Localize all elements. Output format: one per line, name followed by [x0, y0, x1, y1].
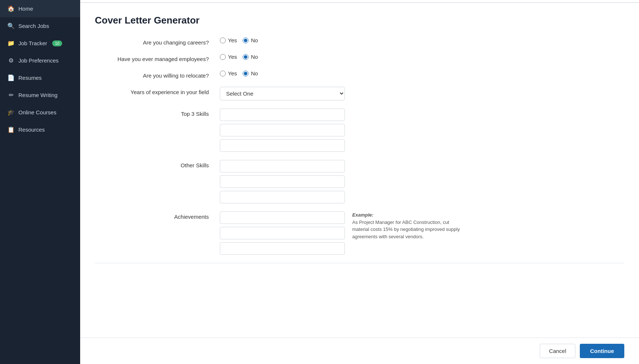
sidebar-item-resume-writing[interactable]: ✏ Resume Writing — [0, 86, 80, 104]
willing-relocate-yes-radio[interactable] — [220, 71, 226, 76]
years-experience-row: Years of experience in your field Select… — [95, 87, 624, 100]
sidebar-item-label: Job Tracker — [18, 40, 47, 46]
achievements-control: Example: As Project Manager for ABC Cons… — [220, 211, 624, 255]
resume-writing-icon: ✏ — [7, 92, 15, 99]
other-skills-row: Other Skills — [95, 160, 624, 203]
sidebar-item-label: Job Preferences — [18, 57, 58, 64]
sidebar-item-label: Resume Writing — [18, 92, 57, 98]
changing-careers-row: Are you changing careers? Yes No — [95, 37, 624, 46]
main-content: Cover Letter Generator Are you changing … — [80, 0, 639, 364]
top3-skills-control — [220, 108, 624, 152]
form-divider — [95, 263, 624, 263]
changing-careers-label: Are you changing careers? — [95, 37, 220, 46]
resources-icon: 📋 — [7, 126, 15, 133]
managed-employees-radio-group: Yes No — [220, 54, 258, 60]
continue-button[interactable]: Continue — [580, 344, 624, 358]
content-area: Cover Letter Generator Are you changing … — [80, 3, 639, 364]
years-experience-label: Years of experience in your field — [95, 87, 220, 95]
sidebar-item-search-jobs[interactable]: 🔍 Search Jobs — [0, 17, 80, 35]
years-experience-select[interactable]: Select OneLess than 1 year1-2 years3-5 y… — [220, 87, 345, 100]
sidebar-item-online-courses[interactable]: 🎓 Online Courses — [0, 104, 80, 121]
managed-employees-yes-radio[interactable] — [220, 54, 226, 60]
sidebar-item-label: Online Courses — [18, 109, 56, 115]
other-skills-control — [220, 160, 624, 203]
footer: Cancel Continue — [80, 338, 639, 364]
changing-careers-yes-label[interactable]: Yes — [220, 37, 237, 43]
other-skills-stack — [220, 160, 345, 203]
sidebar-item-label: Resources — [18, 126, 45, 133]
willing-relocate-label: Are you willing to relocate? — [95, 70, 220, 79]
job-preferences-icon: ⚙ — [7, 57, 15, 64]
managed-employees-yes-label[interactable]: Yes — [220, 54, 237, 60]
top3-skills-stack — [220, 108, 345, 152]
achievement-2-input[interactable] — [220, 227, 345, 239]
other-skill-2-input[interactable] — [220, 175, 345, 188]
changing-careers-no-radio[interactable] — [243, 38, 249, 43]
willing-relocate-no-radio[interactable] — [243, 71, 249, 76]
sidebar-item-label: Resumes — [18, 75, 42, 81]
job-tracker-icon: 📁 — [7, 40, 15, 47]
years-experience-control: Select OneLess than 1 year1-2 years3-5 y… — [220, 87, 624, 100]
other-skill-3-input[interactable] — [220, 191, 345, 203]
achievement-1-input[interactable] — [220, 211, 345, 224]
online-courses-icon: 🎓 — [7, 109, 15, 116]
sidebar-item-label: Search Jobs — [18, 23, 49, 29]
managed-employees-no-radio[interactable] — [243, 54, 249, 60]
resumes-icon: 📄 — [7, 74, 15, 81]
willing-relocate-radio-group: Yes No — [220, 70, 258, 76]
example-text-block: Example: As Project Manager for ABC Cons… — [352, 211, 463, 240]
achievements-label: Achievements — [95, 211, 220, 220]
sidebar-item-job-preferences[interactable]: ⚙ Job Preferences — [0, 52, 80, 69]
managed-employees-row: Have you ever managed employees? Yes No — [95, 54, 624, 62]
achievements-stack — [220, 211, 345, 255]
other-skill-1-input[interactable] — [220, 160, 345, 172]
sidebar-item-resources[interactable]: 📋 Resources — [0, 121, 80, 138]
top3-skills-row: Top 3 Skills — [95, 108, 624, 152]
page-title: Cover Letter Generator — [95, 15, 624, 26]
achievements-section: Example: As Project Manager for ABC Cons… — [220, 211, 463, 255]
search-jobs-icon: 🔍 — [7, 22, 15, 29]
example-content: As Project Manager for ABC Construction,… — [352, 220, 460, 239]
willing-relocate-control: Yes No — [220, 70, 624, 76]
badge-job-tracker: 10 — [52, 40, 62, 46]
sidebar-item-resumes[interactable]: 📄 Resumes — [0, 69, 80, 86]
top3-skill-3-input[interactable] — [220, 139, 345, 152]
cancel-button[interactable]: Cancel — [540, 344, 575, 358]
sidebar: 🏠 Home 🔍 Search Jobs 📁 Job Tracker 10 ⚙ … — [0, 0, 80, 364]
willing-relocate-no-label[interactable]: No — [243, 70, 258, 76]
changing-careers-radio-group: Yes No — [220, 37, 258, 43]
top3-skill-2-input[interactable] — [220, 124, 345, 136]
managed-employees-control: Yes No — [220, 54, 624, 60]
other-skills-label: Other Skills — [95, 160, 220, 168]
managed-employees-label: Have you ever managed employees? — [95, 54, 220, 62]
sidebar-item-label: Home — [18, 6, 33, 12]
managed-employees-no-label[interactable]: No — [243, 54, 258, 60]
changing-careers-yes-radio[interactable] — [220, 38, 226, 43]
example-label: Example: — [352, 212, 374, 218]
top-bar — [80, 0, 639, 3]
sidebar-item-home[interactable]: 🏠 Home — [0, 0, 80, 17]
achievements-row: Achievements Example: As Project Manager… — [95, 211, 624, 255]
top3-skill-1-input[interactable] — [220, 108, 345, 121]
sidebar-item-job-tracker[interactable]: 📁 Job Tracker 10 — [0, 35, 80, 52]
willing-relocate-row: Are you willing to relocate? Yes No — [95, 70, 624, 79]
changing-careers-no-label[interactable]: No — [243, 37, 258, 43]
willing-relocate-yes-label[interactable]: Yes — [220, 70, 237, 76]
achievement-3-input[interactable] — [220, 242, 345, 255]
home-icon: 🏠 — [7, 5, 15, 12]
top3-skills-label: Top 3 Skills — [95, 108, 220, 117]
changing-careers-control: Yes No — [220, 37, 624, 43]
